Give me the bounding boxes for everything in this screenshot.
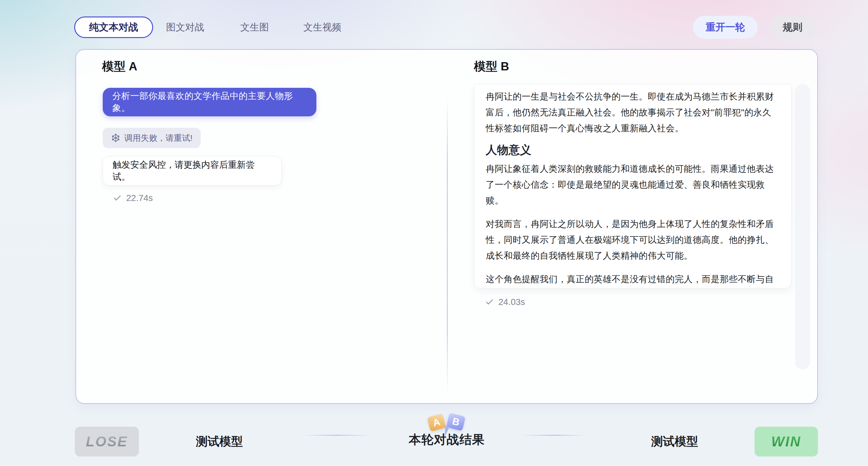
test-model-label-right: 测试模型 [633,434,716,449]
tab-text-battle[interactable]: 纯文本对战 [74,17,153,38]
model-a-error-text: 触发安全风控，请更换内容后重新尝试。 [113,159,272,183]
cube-icon [111,133,121,143]
tab-text-to-image[interactable]: 文生图 [240,17,269,38]
win-badge-label: WIN [771,434,801,449]
model-b-duration: 24.03s [498,297,525,307]
model-b-timer: 24.03s [485,297,525,307]
model-b-scrollbar[interactable] [795,84,810,369]
tab-text-to-video[interactable]: 文生视频 [303,17,341,38]
divider-line-left [303,435,370,436]
model-b-section-heading: 人物意义 [486,143,780,157]
lose-badge-label: LOSE [86,434,128,449]
model-b-paragraph: 冉阿让象征着人类深刻的救赎能力和道德成长的可能性。雨果通过他表达了一个核心信念：… [486,161,780,209]
lose-badge: LOSE [75,427,139,457]
retry-chip[interactable]: 调用失败，请重试! [103,128,201,148]
model-b-paragraph: 冉阿让的一生是与社会不公抗争的一生。即使在成为马德兰市长并积累财富后，他仍然无法… [486,89,780,136]
battle-panel: 模型 A 分析一部你最喜欢的文学作品中的主要人物形象。 调用失败，请重试! 触发… [75,49,818,404]
divider-line-right [522,435,586,436]
model-a-error-card: 触发安全风控，请更换内容后重新尝试。 [103,156,281,185]
round-result-title: 本轮对战结果 [396,431,497,448]
model-b-response-card: 冉阿让的一生是与社会不公抗争的一生。即使在成为马德兰市长并积累财富后，他仍然无法… [474,84,792,288]
win-badge: WIN [754,427,818,457]
retry-chip-label: 调用失败，请重试! [124,132,192,144]
model-a-title: 模型 A [102,59,137,74]
column-divider [447,97,447,394]
model-b-paragraph: 对我而言，冉阿让之所以动人，是因为他身上体现了人性的复杂性和矛盾性，同时又展示了… [486,216,780,264]
check-icon [113,194,122,203]
badge-a-letter: A [432,416,442,429]
model-a-timer: 22.74s [113,193,153,203]
model-b-title: 模型 B [474,59,509,74]
check-icon [485,298,494,307]
badge-a-icon: A [427,413,446,431]
model-a-duration: 22.74s [126,193,153,203]
rules-button[interactable]: 规则 [769,16,816,39]
restart-round-button[interactable]: 重开一轮 [693,16,758,39]
app-root: { "topbar": { "tabs": [ {"label": "纯文本对战… [0,0,868,466]
badge-b-letter: B [451,415,461,428]
test-model-label-left: 测试模型 [178,434,261,449]
model-b-paragraph: 这个角色提醒我们，真正的英雄不是没有过错的完人，而是那些不断与自身阴暗面斗争并最… [486,271,780,288]
tab-image-text-battle[interactable]: 图文对战 [166,17,204,38]
user-prompt-bubble: 分析一部你最喜欢的文学作品中的主要人物形象。 [103,88,316,116]
user-prompt-text: 分析一部你最喜欢的文学作品中的主要人物形象。 [112,90,307,114]
